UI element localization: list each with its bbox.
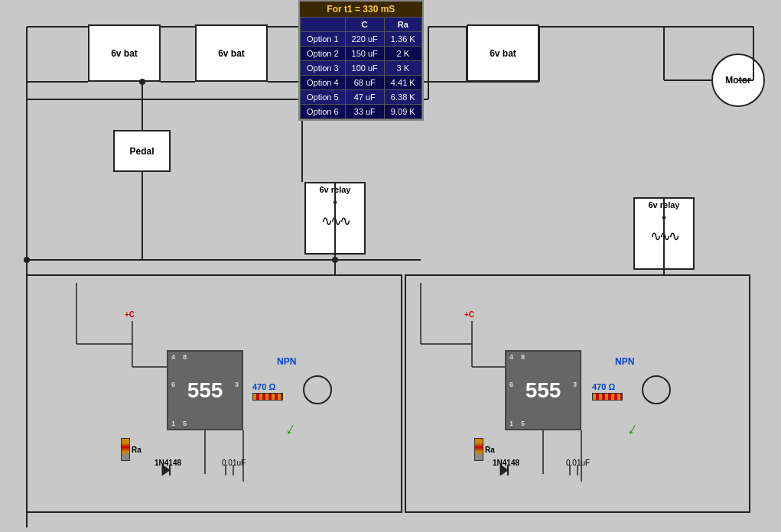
ra-value: 1.36 K xyxy=(384,32,421,47)
diode-label-2: 1N4148 xyxy=(493,459,519,467)
ra-value: 6.38 K xyxy=(384,90,421,105)
ra-value: 3 K xyxy=(384,61,421,76)
c-label-1: +C xyxy=(125,310,135,319)
timer-chip-2: 555 4 8 6 1 5 3 xyxy=(505,350,581,430)
battery-1: 6v bat xyxy=(88,24,161,82)
options-table: For t1 = 330 mS C Ra Option 1 220 uF 1.3… xyxy=(298,0,424,121)
c-value: 68 uF xyxy=(345,76,384,90)
table-row: Option 2 150 uF 2 K xyxy=(301,47,422,61)
ra-value: 2 K xyxy=(384,47,421,61)
npn-label-2: NPN xyxy=(615,356,634,367)
relay-2: 6v relay • ∿∿∿ xyxy=(633,197,695,270)
ra-label-1: Ra xyxy=(121,438,142,461)
resistor-2: 470 Ω xyxy=(592,382,623,401)
c-value: 33 uF xyxy=(345,105,384,119)
arrow-2: ↓ xyxy=(624,418,642,440)
arrow-1: ↓ xyxy=(282,418,300,440)
pedal: Pedal xyxy=(113,130,171,172)
option-label: Option 6 xyxy=(301,105,346,119)
ra-label-2: Ra xyxy=(474,438,495,461)
option-label: Option 2 xyxy=(301,47,346,61)
npn-label-1: NPN xyxy=(277,356,296,367)
table-row: Option 6 33 uF 9.09 K xyxy=(301,105,422,119)
table-row: Option 1 220 uF 1.36 K xyxy=(301,32,422,47)
svg-point-51 xyxy=(24,257,30,263)
option-label: Option 3 xyxy=(301,61,346,76)
diode-label-1: 1N4148 xyxy=(155,459,181,467)
option-label: Option 5 xyxy=(301,90,346,105)
ra-value: 4.41 K xyxy=(384,76,421,90)
table-row: Option 5 47 uF 6.38 K xyxy=(301,90,422,105)
cap-label-2: 0.01uF xyxy=(566,459,590,467)
option-label: Option 1 xyxy=(301,32,346,47)
c-value: 100 uF xyxy=(345,61,384,76)
resistor-1: 470 Ω xyxy=(252,382,283,401)
motor: Motor xyxy=(711,54,765,107)
timer-chip-1: 555 4 8 6 1 5 3 xyxy=(167,350,243,430)
table-row: Option 4 68 uF 4.41 K xyxy=(301,76,422,90)
svg-point-40 xyxy=(643,376,670,404)
c-value: 150 uF xyxy=(345,47,384,61)
table-title: For t1 = 330 mS xyxy=(300,2,422,17)
svg-point-50 xyxy=(332,257,338,263)
battery-2: 6v bat xyxy=(195,24,268,82)
c-label-2: +C xyxy=(464,310,474,319)
cap-label-1: 0.01uF xyxy=(222,459,246,467)
ra-value: 9.09 K xyxy=(384,105,421,119)
option-label: Option 4 xyxy=(301,76,346,90)
col-option xyxy=(301,18,346,32)
col-ra: Ra xyxy=(384,18,421,32)
col-c: C xyxy=(345,18,384,32)
table-row: Option 3 100 uF 3 K xyxy=(301,61,422,76)
relay-1: 6v relay • ∿∿∿ xyxy=(304,182,366,255)
battery-3: 6v bat xyxy=(467,24,539,82)
svg-point-39 xyxy=(304,376,331,404)
c-value: 47 uF xyxy=(345,90,384,105)
c-value: 220 uF xyxy=(345,32,384,47)
